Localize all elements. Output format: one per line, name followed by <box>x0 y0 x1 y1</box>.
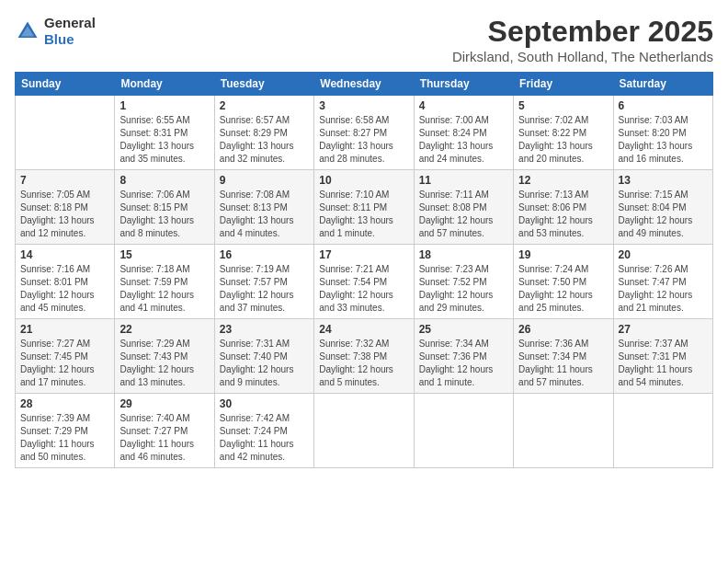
day-number: 17 <box>319 248 408 261</box>
location-title: Dirksland, South Holland, The Netherland… <box>452 49 713 64</box>
calendar-cell: 18Sunrise: 7:23 AMSunset: 7:52 PMDayligh… <box>414 245 513 319</box>
calendar-cell: 29Sunrise: 7:40 AMSunset: 7:27 PMDayligh… <box>115 394 214 468</box>
day-number: 10 <box>319 174 408 187</box>
calendar-cell: 28Sunrise: 7:39 AMSunset: 7:29 PMDayligh… <box>16 394 115 468</box>
calendar-cell: 8Sunrise: 7:06 AMSunset: 8:15 PMDaylight… <box>115 170 214 245</box>
day-number: 11 <box>419 174 508 187</box>
day-info: Sunrise: 7:26 AMSunset: 7:47 PMDaylight:… <box>619 263 708 315</box>
day-info: Sunrise: 7:21 AMSunset: 7:54 PMDaylight:… <box>319 263 408 315</box>
day-number: 26 <box>518 323 608 336</box>
day-info: Sunrise: 7:08 AMSunset: 8:13 PMDaylight:… <box>220 189 309 240</box>
calendar-week-row: 21Sunrise: 7:27 AMSunset: 7:45 PMDayligh… <box>16 319 713 394</box>
calendar-cell: 23Sunrise: 7:31 AMSunset: 7:40 PMDayligh… <box>214 319 313 394</box>
weekday-header: Friday <box>514 73 613 96</box>
day-number: 25 <box>419 323 508 336</box>
day-info: Sunrise: 7:42 AMSunset: 7:24 PMDaylight:… <box>220 412 309 464</box>
weekday-header: Wednesday <box>314 73 414 96</box>
logo: General Blue <box>15 15 96 48</box>
calendar-cell: 5Sunrise: 7:02 AMSunset: 8:22 PMDaylight… <box>514 96 613 170</box>
day-number: 4 <box>419 99 508 112</box>
calendar-week-row: 1Sunrise: 6:55 AMSunset: 8:31 PMDaylight… <box>16 96 713 170</box>
page-header: General Blue September 2025 Dirksland, S… <box>15 15 713 64</box>
day-number: 29 <box>119 397 209 410</box>
calendar-cell: 6Sunrise: 7:03 AMSunset: 8:20 PMDaylight… <box>613 96 712 170</box>
logo-icon <box>15 18 40 44</box>
calendar-cell <box>314 394 414 468</box>
calendar-week-row: 7Sunrise: 7:05 AMSunset: 8:18 PMDaylight… <box>16 170 713 245</box>
calendar-cell: 22Sunrise: 7:29 AMSunset: 7:43 PMDayligh… <box>115 319 214 394</box>
day-number: 7 <box>20 174 109 187</box>
day-number: 16 <box>220 248 309 261</box>
day-info: Sunrise: 7:18 AMSunset: 7:59 PMDaylight:… <box>119 263 209 315</box>
day-number: 14 <box>20 248 109 261</box>
day-info: Sunrise: 6:57 AMSunset: 8:29 PMDaylight:… <box>220 114 309 166</box>
calendar-cell: 4Sunrise: 7:00 AMSunset: 8:24 PMDaylight… <box>414 96 513 170</box>
day-number: 22 <box>119 323 209 336</box>
day-info: Sunrise: 7:13 AMSunset: 8:06 PMDaylight:… <box>518 189 608 240</box>
calendar-cell: 26Sunrise: 7:36 AMSunset: 7:34 PMDayligh… <box>514 319 613 394</box>
day-info: Sunrise: 7:32 AMSunset: 7:38 PMDaylight:… <box>319 338 408 389</box>
weekday-header: Tuesday <box>214 73 313 96</box>
day-info: Sunrise: 7:34 AMSunset: 7:36 PMDaylight:… <box>419 338 508 389</box>
day-info: Sunrise: 7:00 AMSunset: 8:24 PMDaylight:… <box>419 114 508 166</box>
day-number: 13 <box>619 174 708 187</box>
day-info: Sunrise: 7:10 AMSunset: 8:11 PMDaylight:… <box>319 189 408 240</box>
month-title: September 2025 <box>452 15 713 49</box>
calendar-cell: 30Sunrise: 7:42 AMSunset: 7:24 PMDayligh… <box>214 394 313 468</box>
calendar-cell: 13Sunrise: 7:15 AMSunset: 8:04 PMDayligh… <box>613 170 712 245</box>
day-number: 2 <box>220 99 309 112</box>
day-info: Sunrise: 7:27 AMSunset: 7:45 PMDaylight:… <box>20 338 109 389</box>
day-info: Sunrise: 7:16 AMSunset: 8:01 PMDaylight:… <box>20 263 109 315</box>
calendar-cell: 11Sunrise: 7:11 AMSunset: 8:08 PMDayligh… <box>414 170 513 245</box>
day-number: 9 <box>220 174 309 187</box>
day-info: Sunrise: 7:29 AMSunset: 7:43 PMDaylight:… <box>119 338 209 389</box>
day-info: Sunrise: 7:37 AMSunset: 7:31 PMDaylight:… <box>619 338 708 389</box>
day-info: Sunrise: 7:11 AMSunset: 8:08 PMDaylight:… <box>419 189 508 240</box>
day-info: Sunrise: 7:40 AMSunset: 7:27 PMDaylight:… <box>119 412 209 464</box>
calendar-cell: 2Sunrise: 6:57 AMSunset: 8:29 PMDaylight… <box>214 96 313 170</box>
weekday-header: Thursday <box>414 73 513 96</box>
calendar-week-row: 14Sunrise: 7:16 AMSunset: 8:01 PMDayligh… <box>16 245 713 319</box>
day-number: 12 <box>518 174 608 187</box>
calendar-cell: 25Sunrise: 7:34 AMSunset: 7:36 PMDayligh… <box>414 319 513 394</box>
day-number: 30 <box>220 397 309 410</box>
day-info: Sunrise: 7:06 AMSunset: 8:15 PMDaylight:… <box>119 189 209 240</box>
calendar-cell <box>414 394 513 468</box>
calendar-cell: 27Sunrise: 7:37 AMSunset: 7:31 PMDayligh… <box>613 319 712 394</box>
day-info: Sunrise: 7:03 AMSunset: 8:20 PMDaylight:… <box>619 114 708 166</box>
day-info: Sunrise: 7:39 AMSunset: 7:29 PMDaylight:… <box>20 412 109 464</box>
calendar-cell <box>16 96 115 170</box>
day-info: Sunrise: 7:19 AMSunset: 7:57 PMDaylight:… <box>220 263 309 315</box>
weekday-header: Monday <box>115 73 214 96</box>
logo-general: General <box>44 15 96 30</box>
calendar-cell <box>514 394 613 468</box>
calendar-cell: 14Sunrise: 7:16 AMSunset: 8:01 PMDayligh… <box>16 245 115 319</box>
calendar-cell: 10Sunrise: 7:10 AMSunset: 8:11 PMDayligh… <box>314 170 414 245</box>
calendar-cell: 9Sunrise: 7:08 AMSunset: 8:13 PMDaylight… <box>214 170 313 245</box>
day-info: Sunrise: 7:15 AMSunset: 8:04 PMDaylight:… <box>619 189 708 240</box>
weekday-header: Sunday <box>16 73 115 96</box>
calendar-cell: 21Sunrise: 7:27 AMSunset: 7:45 PMDayligh… <box>16 319 115 394</box>
calendar-cell: 17Sunrise: 7:21 AMSunset: 7:54 PMDayligh… <box>314 245 414 319</box>
day-info: Sunrise: 7:23 AMSunset: 7:52 PMDaylight:… <box>419 263 508 315</box>
day-number: 21 <box>20 323 109 336</box>
day-number: 20 <box>619 248 708 261</box>
calendar-cell: 7Sunrise: 7:05 AMSunset: 8:18 PMDaylight… <box>16 170 115 245</box>
day-number: 18 <box>419 248 508 261</box>
day-info: Sunrise: 7:31 AMSunset: 7:40 PMDaylight:… <box>220 338 309 389</box>
day-info: Sunrise: 6:58 AMSunset: 8:27 PMDaylight:… <box>319 114 408 166</box>
day-info: Sunrise: 7:24 AMSunset: 7:50 PMDaylight:… <box>518 263 608 315</box>
day-info: Sunrise: 7:05 AMSunset: 8:18 PMDaylight:… <box>20 189 109 240</box>
day-number: 6 <box>619 99 708 112</box>
day-number: 5 <box>518 99 608 112</box>
logo-blue: Blue <box>44 31 74 47</box>
calendar-week-row: 28Sunrise: 7:39 AMSunset: 7:29 PMDayligh… <box>16 394 713 468</box>
calendar-table: SundayMondayTuesdayWednesdayThursdayFrid… <box>15 72 713 468</box>
day-number: 8 <box>119 174 209 187</box>
day-number: 3 <box>319 99 408 112</box>
day-number: 19 <box>518 248 608 261</box>
day-number: 27 <box>619 323 708 336</box>
day-info: Sunrise: 7:02 AMSunset: 8:22 PMDaylight:… <box>518 114 608 166</box>
calendar-cell: 15Sunrise: 7:18 AMSunset: 7:59 PMDayligh… <box>115 245 214 319</box>
day-number: 24 <box>319 323 408 336</box>
